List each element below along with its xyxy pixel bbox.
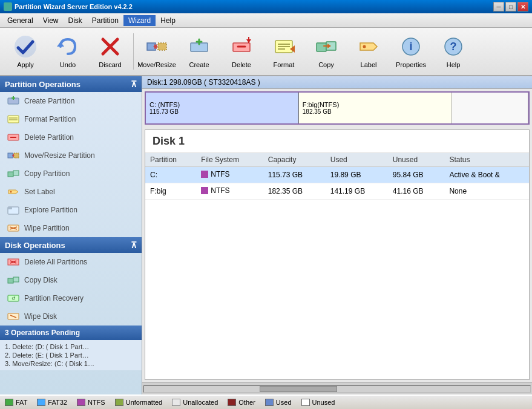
- op-wipe-disk-label: Wipe Disk: [24, 312, 57, 321]
- menu-partition[interactable]: Partition: [87, 15, 123, 26]
- discard-button[interactable]: Discard: [90, 30, 131, 73]
- maximize-button[interactable]: □: [505, 2, 516, 11]
- f-partition-label: F:big(NTFS): [303, 101, 448, 108]
- cell-filesystem: NTFS: [196, 183, 263, 200]
- legend-fat: FAT: [5, 399, 27, 406]
- discard-label: Discard: [99, 61, 121, 68]
- set-label-icon: [7, 186, 19, 198]
- svg-marker-1: [57, 42, 64, 47]
- op-explore-partition[interactable]: Explore Partition: [0, 201, 142, 219]
- move-resize-button[interactable]: Move/Resize: [136, 30, 177, 73]
- horizontal-scrollbar[interactable]: [142, 382, 532, 394]
- menu-disk[interactable]: Disk: [64, 15, 87, 26]
- disk-ops-collapse[interactable]: ⊼: [131, 240, 137, 250]
- op-delete-partition[interactable]: Delete Partition: [0, 128, 142, 146]
- toolbar: Apply Undo Discard: [0, 28, 532, 76]
- op-create-partition[interactable]: Create Partition: [0, 92, 142, 110]
- op-delete-partition-label: Delete Partition: [24, 133, 74, 142]
- help-label: Help: [447, 61, 461, 68]
- op-set-label[interactable]: Set Label: [0, 183, 142, 201]
- op-set-label-label: Set Label: [24, 188, 55, 196]
- close-button[interactable]: ✕: [517, 2, 528, 11]
- scroll-thumb[interactable]: [260, 386, 337, 392]
- op-wipe-partition[interactable]: Wipe Partition: [0, 219, 142, 237]
- delete-button[interactable]: Delete: [221, 30, 262, 73]
- apply-label: Apply: [17, 61, 34, 68]
- menu-general[interactable]: General: [2, 15, 38, 26]
- help-button[interactable]: ? Help: [433, 30, 474, 73]
- menu-view[interactable]: View: [38, 15, 64, 26]
- op-delete-all-partitions[interactable]: Delete All Partitions: [0, 253, 142, 271]
- create-partition-icon: [7, 95, 19, 107]
- copy-partition-icon: [7, 168, 19, 180]
- op-delete-all-label: Delete All Partitions: [24, 258, 87, 266]
- titlebar: Partition Wizard Server Edition v4.2.2 ─…: [0, 0, 532, 13]
- fat32-color: [37, 399, 45, 406]
- apply-icon: [13, 34, 38, 59]
- col-partition: Partition: [145, 153, 196, 167]
- table-row[interactable]: C:NTFS115.73 GB19.89 GB95.84 GBActive & …: [145, 167, 529, 183]
- unformatted-label: Unformatted: [126, 399, 163, 406]
- menubar: General View Disk Partition Wizard Help: [0, 13, 532, 28]
- svg-rect-20: [317, 43, 326, 51]
- explore-partition-icon: [7, 204, 19, 216]
- cell-used: 19.89 GB: [326, 167, 388, 183]
- op-format-partition[interactable]: Format Partition: [0, 110, 142, 128]
- label-label: Label: [361, 61, 377, 68]
- apply-button[interactable]: Apply: [5, 30, 46, 73]
- c-partition-size: 115.73 GB: [149, 108, 295, 115]
- col-capacity: Capacity: [263, 153, 326, 167]
- delete-icon: [229, 34, 254, 59]
- format-button[interactable]: Format: [263, 30, 304, 73]
- pending-ops-header: 3 Operations Pending: [0, 326, 142, 340]
- partition-ops-collapse[interactable]: ⊼: [131, 79, 137, 89]
- f-partition-size: 182.35 GB: [303, 108, 448, 115]
- copy-button[interactable]: Copy: [306, 30, 347, 73]
- cell-status: Active & Boot &: [444, 167, 529, 183]
- undo-button[interactable]: Undo: [47, 30, 88, 73]
- op-copy-partition[interactable]: Copy Partition: [0, 165, 142, 183]
- statusbar: FAT FAT32 NTFS Unformatted Unallocated O…: [0, 394, 532, 409]
- op-copy-partition-label: Copy Partition: [24, 169, 70, 178]
- cell-filesystem: NTFS: [196, 167, 263, 183]
- op-move-resize-partition[interactable]: Move/Resize Partition: [0, 146, 142, 165]
- unallocated-label: Unallocated: [183, 399, 218, 406]
- col-unused: Unused: [388, 153, 445, 167]
- used-label: Used: [276, 399, 292, 406]
- main-area: Partition Operations ⊼ Create Partition …: [0, 76, 532, 394]
- c-partition-vis[interactable]: C: (NTFS) 115.73 GB: [146, 93, 299, 123]
- table-row[interactable]: F:bigNTFS182.35 GB141.19 GB41.16 GBNone: [145, 183, 529, 200]
- partition-ops-header[interactable]: Partition Operations ⊼: [0, 76, 142, 92]
- properties-label: Properties: [396, 61, 426, 68]
- disk-ops-header[interactable]: Disk Operations ⊼: [0, 237, 142, 253]
- legend-fat32: FAT32: [37, 399, 67, 406]
- pending-op-2: 2. Delete: (E: ( Disk 1 Part…: [5, 351, 137, 359]
- legend-unused: Unused: [301, 399, 335, 406]
- svg-marker-24: [360, 43, 377, 50]
- svg-rect-33: [8, 116, 19, 123]
- disk-visual: C: (NTFS) 115.73 GB F:big(NTFS) 182.35 G…: [145, 91, 530, 125]
- format-partition-icon: [7, 113, 19, 125]
- op-wipe-disk[interactable]: Wipe Disk: [0, 307, 142, 326]
- create-button[interactable]: Create: [179, 30, 220, 73]
- op-partition-recovery[interactable]: ↺ Partition Recovery: [0, 289, 142, 307]
- legend-used: Used: [265, 399, 292, 406]
- label-button[interactable]: Label: [348, 30, 389, 73]
- op-copy-disk[interactable]: Copy Disk: [0, 271, 142, 289]
- menu-wizard[interactable]: Wizard: [123, 15, 156, 26]
- properties-button[interactable]: i Properties: [390, 30, 432, 73]
- unused-label: Unused: [312, 399, 335, 406]
- menu-help[interactable]: Help: [156, 15, 180, 26]
- discard-icon: [98, 34, 122, 59]
- svg-rect-54: [13, 277, 19, 282]
- col-filesystem: File System: [196, 153, 263, 167]
- f-partition-vis[interactable]: F:big(NTFS) 182.35 GB: [299, 93, 452, 123]
- wipe-partition-icon: [7, 222, 19, 234]
- svg-rect-5: [158, 43, 166, 50]
- col-status: Status: [444, 153, 529, 167]
- minimize-button[interactable]: ─: [493, 2, 504, 11]
- disk-ops-title: Disk Operations: [5, 241, 65, 250]
- svg-rect-42: [13, 171, 19, 175]
- format-icon: [272, 34, 296, 59]
- disk-table: Disk 1 Partition File System Capacity Us…: [145, 129, 530, 380]
